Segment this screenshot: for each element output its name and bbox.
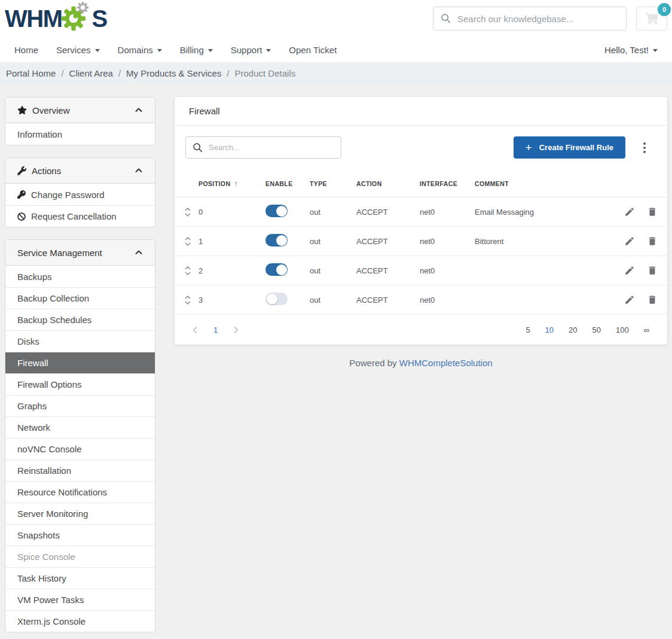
drag-handle[interactable]: [184, 295, 198, 305]
column-header-action[interactable]: ACTION: [356, 180, 420, 187]
drag-handle[interactable]: [184, 236, 198, 247]
edit-rule-button[interactable]: [624, 206, 635, 217]
drag-handle[interactable]: [184, 266, 198, 276]
actions-panel: Actions Change Password Request Cancella…: [5, 157, 155, 227]
sidebar-item-firewall-options[interactable]: Firewall Options: [5, 373, 155, 395]
sidebar-item-disks[interactable]: Disks: [5, 330, 155, 352]
previous-page-button[interactable]: [187, 324, 204, 336]
page-size-10[interactable]: 10: [545, 325, 554, 334]
enable-toggle[interactable]: [265, 263, 288, 276]
table-row: 0 out ACCEPT net0 Email Messaging: [175, 197, 667, 227]
page-number-1[interactable]: 1: [213, 325, 218, 334]
sidebar-item-label: Xterm.js Console: [17, 616, 85, 626]
breadcrumb-link-client-area[interactable]: Client Area: [69, 68, 113, 78]
delete-rule-button[interactable]: [647, 236, 658, 247]
overview-panel-header[interactable]: Overview: [5, 98, 155, 123]
enable-toggle[interactable]: [265, 234, 288, 247]
table-header: POSITION ↑ ENABLE TYPE ACTION INTERFACE …: [175, 171, 667, 197]
enable-toggle[interactable]: [265, 205, 288, 217]
cell-position: 2: [198, 266, 265, 275]
drag-handle[interactable]: [184, 207, 198, 217]
table-row: 3 out ACCEPT net0: [175, 285, 667, 315]
sidebar-item-label: Spice Console: [17, 552, 75, 562]
sidebar-item-snapshots[interactable]: Snapshots: [5, 524, 155, 546]
page-size-100[interactable]: 100: [616, 325, 629, 334]
pencil-icon: [624, 265, 635, 276]
column-header-enable[interactable]: ENABLE: [265, 180, 310, 187]
nav-item-billing[interactable]: Billing: [180, 45, 213, 55]
nav-item-home[interactable]: Home: [14, 45, 38, 55]
page-size-20[interactable]: 20: [569, 325, 577, 334]
table-search-input[interactable]: [185, 136, 341, 159]
breadcrumb: Portal Home / Client Area / My Products …: [0, 62, 672, 84]
column-header-interface[interactable]: INTERFACE: [420, 180, 475, 187]
service-management-panel-header[interactable]: Service Management: [5, 240, 155, 266]
sidebar-item-server-monitoring[interactable]: Server Monitoring: [5, 503, 155, 524]
next-page-button[interactable]: [227, 324, 245, 336]
delete-rule-button[interactable]: [647, 265, 658, 276]
cell-action: ACCEPT: [356, 266, 420, 275]
row-actions: [603, 236, 658, 247]
sidebar-item-label: Backup Collection: [17, 293, 89, 303]
sidebar-item-label: Backups: [17, 272, 52, 282]
edit-rule-button[interactable]: [624, 294, 635, 305]
chevron-down-icon: [266, 49, 271, 52]
sidebar-item-graphs[interactable]: Graphs: [5, 395, 155, 416]
sidebar-item-resource-notifications[interactable]: Resource Notifications: [5, 481, 155, 503]
table-row: 1 out ACCEPT net0 Bittorent: [175, 227, 667, 256]
overview-panel-title: Overview: [32, 105, 70, 115]
cart-button[interactable]: 0: [636, 7, 667, 31]
sidebar-item-backup-schedules[interactable]: Backup Schedules: [5, 309, 155, 330]
sidebar: Overview Information Actions: [5, 97, 155, 639]
column-header-position[interactable]: POSITION ↑: [198, 179, 265, 188]
powered-by-text: Powered by: [349, 358, 396, 368]
cell-interface: net0: [420, 237, 475, 246]
sidebar-item-backups[interactable]: Backups: [5, 266, 155, 287]
chevron-down-icon: [157, 49, 162, 52]
page-size-50[interactable]: 50: [592, 325, 601, 334]
page-size-5[interactable]: 5: [526, 325, 530, 334]
nav-item-support[interactable]: Support: [231, 45, 271, 55]
sidebar-item-information[interactable]: Information: [5, 123, 155, 145]
sidebar-item-vm-power-tasks[interactable]: VM Power Tasks: [5, 589, 155, 610]
sidebar-item-task-history[interactable]: Task History: [5, 567, 155, 589]
sidebar-item-spice-console[interactable]: Spice Console: [5, 546, 155, 567]
sidebar-item-request-cancellation[interactable]: Request Cancellation: [5, 205, 155, 227]
breadcrumb-link-my-products-services[interactable]: My Products & Services: [126, 68, 221, 78]
wrench-icon: [17, 166, 26, 175]
more-options-button[interactable]: [637, 141, 652, 155]
edit-rule-button[interactable]: [624, 265, 635, 276]
sidebar-item-reinstallation[interactable]: Reinstallation: [5, 460, 155, 481]
sidebar-item-firewall[interactable]: Firewall: [5, 352, 155, 373]
edit-rule-button[interactable]: [624, 236, 635, 247]
sidebar-item-change-password[interactable]: Change Password: [5, 184, 155, 205]
whmcs-logo[interactable]: WHM: [5, 5, 107, 32]
delete-rule-button[interactable]: [647, 294, 658, 305]
nav-item-open-ticket[interactable]: Open Ticket: [289, 45, 337, 55]
logo-text-s: S: [91, 5, 106, 32]
knowledgebase-search-input[interactable]: [433, 7, 627, 31]
user-menu[interactable]: Hello, Test!: [604, 45, 658, 55]
sidebar-item-backup-collection[interactable]: Backup Collection: [5, 287, 155, 309]
pagination: 1 5 10 20 50 100 ∞: [175, 315, 667, 345]
actions-panel-header[interactable]: Actions: [5, 158, 155, 184]
nav-item-domains[interactable]: Domains: [118, 45, 162, 55]
delete-rule-button[interactable]: [647, 206, 658, 217]
sidebar-item-network[interactable]: Network: [5, 416, 155, 438]
cell-position: 1: [198, 237, 265, 246]
user-menu-label: Hello, Test!: [604, 45, 649, 55]
cell-type: out: [310, 296, 356, 305]
page-size-[interactable]: ∞: [644, 325, 649, 334]
enable-toggle[interactable]: [265, 293, 288, 305]
sort-ascending-icon: ↑: [234, 179, 237, 188]
nav-item-services[interactable]: Services: [56, 45, 100, 55]
sidebar-item-xterm-js-console[interactable]: Xterm.js Console: [5, 610, 155, 632]
whmcompletesolution-link[interactable]: WHMCompleteSolution: [399, 358, 493, 368]
breadcrumb-link-portal-home[interactable]: Portal Home: [6, 68, 56, 78]
sidebar-item-label: Task History: [17, 573, 66, 583]
sidebar-item-label: VM Power Tasks: [17, 595, 84, 605]
column-header-comment[interactable]: COMMENT: [475, 180, 603, 187]
sidebar-item-novnc-console[interactable]: noVNC Console: [5, 438, 155, 460]
column-header-type[interactable]: TYPE: [310, 180, 356, 187]
create-firewall-rule-button[interactable]: + Create Firewall Rule: [514, 136, 625, 159]
